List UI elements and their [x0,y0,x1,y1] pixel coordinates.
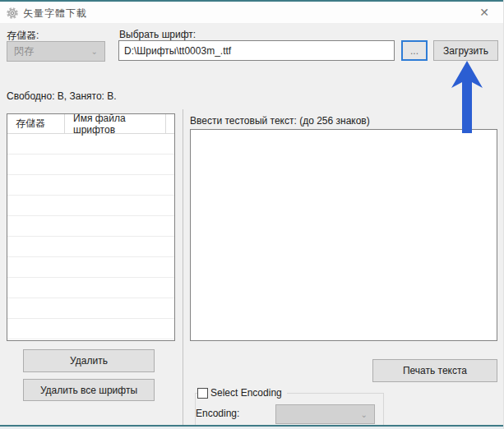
gear-icon [6,7,19,20]
annotation-arrow-up [448,58,486,136]
encoding-label: Encoding: [196,408,239,419]
table-row[interactable] [7,155,174,175]
window-title: 矢量字體下載 [23,7,87,21]
font-path-input[interactable]: D:\Шрифты\tt0003m_.ttf [118,40,395,61]
chevron-down-icon: ⌄ [361,410,368,419]
storage-select: 閃存 ⌄ [7,41,105,62]
font-picker-label: Выбрать шрифт: [119,29,196,40]
select-encoding-label: Select Encoding [210,387,282,399]
table-header-filename[interactable]: Имя файла шрифтов [65,114,166,133]
table-row[interactable] [7,298,174,319]
table-row[interactable] [7,134,174,155]
table-row[interactable] [7,319,174,339]
table-row[interactable] [7,237,174,257]
table-row[interactable] [7,175,174,196]
memory-status-text: Свободно: В, Занято: В. [7,90,117,102]
test-text-label: Ввести тестовый текст: (до 256 знаков) [190,115,370,127]
close-icon: ✕ [479,6,489,19]
select-encoding-caption[interactable]: Select Encoding [197,387,287,399]
browse-button[interactable]: ... [401,40,428,61]
table-row[interactable] [7,278,174,298]
encoding-select: ⌄ [275,404,375,424]
close-button[interactable]: ✕ [471,3,497,21]
table-row[interactable] [7,216,174,237]
chevron-down-icon: ⌄ [91,47,98,56]
storage-select-value: 閃存 [14,44,34,58]
table-header-storage[interactable]: 存儲器 [7,114,65,133]
table-row[interactable] [7,196,174,216]
select-encoding-checkbox[interactable] [197,388,208,399]
table-header-row: 存儲器 Имя файла шрифтов [7,114,174,134]
test-text-area[interactable] [190,129,497,341]
table-body [7,134,174,339]
delete-all-fonts-button[interactable]: Удалить все шрифты [23,379,155,401]
title-bar[interactable]: 矢量字體下載 ✕ [0,2,504,23]
delete-button[interactable]: Удалить [23,349,155,372]
panel-divider [183,109,183,425]
print-text-button[interactable]: Печать текста [372,359,497,382]
font-list-table[interactable]: 存儲器 Имя файла шрифтов [7,113,175,341]
font-path-value: D:\Шрифты\tt0003m_.ttf [124,45,231,57]
font-download-dialog: 矢量字體下載 ✕ 存儲器: 閃存 ⌄ Выбрать шрифт: D:\Шри… [0,0,504,429]
table-row[interactable] [7,257,174,278]
